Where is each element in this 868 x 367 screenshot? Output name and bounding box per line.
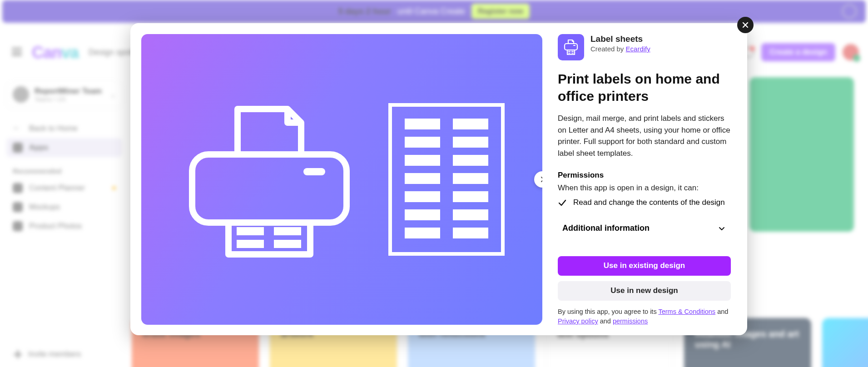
- svg-rect-13: [405, 155, 440, 166]
- svg-rect-26: [571, 51, 574, 52]
- svg-rect-16: [453, 173, 488, 184]
- terms-link[interactable]: Terms & Conditions: [658, 308, 715, 315]
- svg-rect-2: [192, 154, 347, 223]
- use-in-existing-design-button[interactable]: Use in existing design: [558, 256, 731, 276]
- label-sheet-illustration: [387, 102, 506, 257]
- svg-rect-5: [237, 240, 264, 248]
- svg-rect-10: [453, 119, 488, 129]
- svg-rect-12: [453, 137, 488, 148]
- permission-text: Read and change the contents of the desi…: [573, 198, 725, 207]
- app-title: Label sheets: [590, 34, 650, 44]
- svg-rect-23: [565, 44, 577, 50]
- creator-link[interactable]: Ecardify: [626, 45, 650, 53]
- app-icon: [558, 34, 584, 60]
- app-heading: Print labels on home and office printers: [558, 70, 731, 104]
- svg-rect-7: [274, 240, 301, 248]
- close-button[interactable]: [737, 17, 754, 33]
- app-details-dialog: Label sheets Created by Ecardify Print l…: [130, 23, 747, 335]
- svg-rect-9: [405, 119, 440, 129]
- chevron-down-icon: [717, 224, 726, 233]
- accordion-label: Additional information: [562, 223, 650, 233]
- check-icon: [558, 198, 567, 207]
- svg-rect-11: [405, 137, 440, 148]
- permission-item: Read and change the contents of the desi…: [558, 198, 731, 207]
- app-created-by: Created by Ecardify: [590, 45, 650, 53]
- hero-image: [141, 34, 542, 325]
- printer-illustration: [179, 100, 360, 259]
- svg-rect-25: [568, 51, 570, 52]
- svg-rect-18: [453, 191, 488, 202]
- svg-rect-27: [568, 53, 570, 54]
- privacy-link[interactable]: Privacy policy: [558, 317, 598, 325]
- svg-rect-14: [453, 155, 488, 166]
- svg-rect-15: [405, 173, 440, 184]
- svg-rect-19: [405, 209, 440, 220]
- use-in-new-design-button[interactable]: Use in new design: [558, 281, 731, 301]
- permissions-heading: Permissions: [558, 171, 731, 180]
- details-panel: Label sheets Created by Ecardify Print l…: [553, 23, 747, 335]
- svg-rect-3: [303, 168, 325, 175]
- close-icon: [742, 21, 749, 29]
- svg-rect-24: [573, 45, 575, 46]
- app-description: Design, mail merge, and print labels and…: [558, 113, 730, 159]
- svg-rect-6: [274, 227, 301, 235]
- svg-rect-20: [453, 209, 488, 220]
- additional-info-toggle[interactable]: Additional information: [558, 220, 731, 237]
- app-header: Label sheets Created by Ecardify: [558, 34, 731, 60]
- svg-rect-22: [453, 228, 488, 238]
- svg-rect-4: [237, 227, 264, 235]
- svg-rect-28: [571, 53, 574, 54]
- svg-rect-21: [405, 228, 440, 238]
- legal-text: By using this app, you agree to its Term…: [558, 307, 731, 326]
- permissions-intro: When this app is open in a design, it ca…: [558, 184, 731, 193]
- permissions-link[interactable]: permissions: [613, 317, 648, 325]
- svg-rect-17: [405, 191, 440, 202]
